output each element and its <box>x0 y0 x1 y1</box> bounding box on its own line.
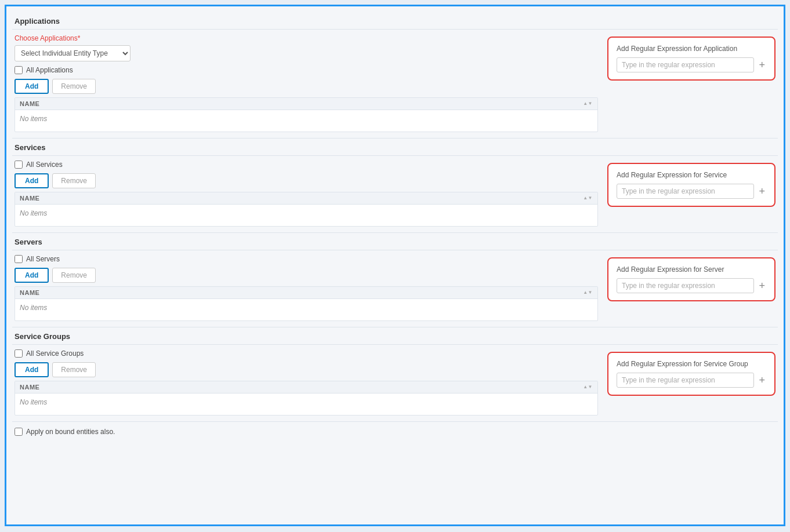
all-servers-label: All Servers <box>26 255 60 263</box>
all-service-groups-label: All Service Groups <box>26 349 84 358</box>
servers-add-button[interactable]: Add <box>15 268 49 283</box>
applications-add-button[interactable]: Add <box>15 79 49 94</box>
all-services-label: All Services <box>26 161 63 169</box>
services-regex-input-row: + <box>617 184 766 199</box>
services-table: NAME ▲▼ No items <box>15 192 598 227</box>
choose-applications-label: Choose Applications* <box>15 34 598 42</box>
services-body: All Services Add Remove NAME ▲▼ No items <box>12 156 778 233</box>
service-groups-row: All Service Groups Add Remove NAME ▲▼ No… <box>15 349 775 416</box>
servers-body: All Servers Add Remove NAME ▲▼ No items <box>12 250 778 327</box>
service-groups-left: All Service Groups Add Remove NAME ▲▼ No… <box>15 349 598 416</box>
servers-remove-button[interactable]: Remove <box>52 268 96 283</box>
services-btn-row: Add Remove <box>15 173 598 188</box>
applications-regex-input[interactable] <box>617 57 754 72</box>
services-name-col: NAME <box>20 195 39 202</box>
services-regex-add-button[interactable]: + <box>758 186 766 196</box>
servers-regex-title: Add Regular Expression for Server <box>617 265 766 274</box>
applications-remove-button[interactable]: Remove <box>52 79 96 94</box>
services-left: All Services Add Remove NAME ▲▼ No items <box>15 161 598 227</box>
all-servers-checkbox[interactable] <box>15 255 23 263</box>
service-groups-title: Service Groups <box>15 332 70 341</box>
applications-section: Applications Choose Applications* Select… <box>12 12 778 139</box>
service-groups-regex-input[interactable] <box>617 373 754 388</box>
applications-regex-title: Add Regular Expression for Application <box>617 45 766 53</box>
servers-no-items: No items <box>15 299 597 316</box>
service-groups-regex-input-row: + <box>617 373 766 388</box>
applications-regex-input-row: + <box>617 57 766 72</box>
service-groups-table-header: NAME ▲▼ <box>15 381 597 393</box>
applications-row: Choose Applications* Select Individual E… <box>15 34 775 132</box>
servers-title: Servers <box>15 238 42 246</box>
service-groups-name-col: NAME <box>20 384 39 391</box>
servers-table: NAME ▲▼ No items <box>15 286 598 321</box>
apply-row: Apply on bound entities also. <box>12 422 778 438</box>
apply-bound-checkbox[interactable] <box>15 428 23 436</box>
all-applications-label: All Applications <box>26 66 73 74</box>
services-header: Services <box>12 139 778 156</box>
applications-body: Choose Applications* Select Individual E… <box>12 30 778 139</box>
applications-no-items: No items <box>15 110 597 127</box>
services-remove-button[interactable]: Remove <box>52 173 96 188</box>
service-groups-add-button[interactable]: Add <box>15 362 49 377</box>
services-regex-input[interactable] <box>617 184 754 199</box>
applications-sort-icons[interactable]: ▲▼ <box>583 101 593 106</box>
service-groups-header: Service Groups <box>12 327 778 345</box>
service-groups-sort-icons[interactable]: ▲▼ <box>583 385 593 389</box>
applications-name-col: NAME <box>20 100 39 107</box>
services-regex-title: Add Regular Expression for Service <box>617 171 766 179</box>
servers-left: All Servers Add Remove NAME ▲▼ No items <box>15 255 598 321</box>
services-add-button[interactable]: Add <box>15 173 49 188</box>
entity-type-select[interactable]: Select Individual Entity Type <box>15 45 131 61</box>
servers-regex-input[interactable] <box>617 278 754 293</box>
service-groups-section: Service Groups All Service Groups Add Re… <box>12 327 778 422</box>
services-no-items: No items <box>15 205 597 222</box>
applications-regex-add-button[interactable]: + <box>758 60 766 70</box>
service-groups-regex-add-button[interactable]: + <box>758 375 766 385</box>
all-applications-checkbox[interactable] <box>15 66 23 74</box>
service-groups-no-items: No items <box>15 393 597 411</box>
servers-regex-panel: Add Regular Expression for Server + <box>607 255 775 301</box>
servers-row: All Servers Add Remove NAME ▲▼ No items <box>15 255 775 321</box>
services-section: Services All Services Add Remove NAME <box>12 139 778 233</box>
all-services-checkbox[interactable] <box>15 161 23 169</box>
services-title: Services <box>15 143 46 152</box>
applications-title: Applications <box>15 17 60 25</box>
services-table-header: NAME ▲▼ <box>15 192 597 205</box>
all-services-checkbox-row: All Services <box>15 161 598 169</box>
all-servers-checkbox-row: All Servers <box>15 255 598 263</box>
services-regex-panel: Add Regular Expression for Service + <box>607 161 775 207</box>
servers-regex-box: Add Regular Expression for Server + <box>607 257 775 301</box>
service-groups-body: All Service Groups Add Remove NAME ▲▼ No… <box>12 345 778 422</box>
servers-btn-row: Add Remove <box>15 268 598 283</box>
services-regex-box: Add Regular Expression for Service + <box>607 163 775 207</box>
applications-regex-box: Add Regular Expression for Application + <box>607 37 775 81</box>
all-applications-checkbox-row: All Applications <box>15 66 598 74</box>
applications-table: NAME ▲▼ No items <box>15 97 598 132</box>
service-groups-btn-row: Add Remove <box>15 362 598 377</box>
servers-regex-input-row: + <box>617 278 766 293</box>
service-groups-regex-panel: Add Regular Expression for Service Group… <box>607 349 775 396</box>
all-service-groups-checkbox[interactable] <box>15 349 23 358</box>
applications-regex-panel: Add Regular Expression for Application + <box>607 34 775 81</box>
all-service-groups-checkbox-row: All Service Groups <box>15 349 598 358</box>
service-groups-remove-button[interactable]: Remove <box>52 362 96 377</box>
service-groups-regex-title: Add Regular Expression for Service Group <box>617 360 766 368</box>
applications-table-header: NAME ▲▼ <box>15 98 597 110</box>
applications-left: Choose Applications* Select Individual E… <box>15 34 598 132</box>
servers-table-header: NAME ▲▼ <box>15 287 597 299</box>
services-row: All Services Add Remove NAME ▲▼ No items <box>15 161 775 227</box>
servers-section: Servers All Servers Add Remove NAME <box>12 233 778 327</box>
service-groups-regex-box: Add Regular Expression for Service Group… <box>607 352 775 396</box>
apply-bound-label: Apply on bound entities also. <box>26 428 115 436</box>
servers-header: Servers <box>12 233 778 250</box>
entity-type-dropdown-wrap: Select Individual Entity Type <box>15 45 598 61</box>
applications-btn-row: Add Remove <box>15 79 598 94</box>
applications-header: Applications <box>12 12 778 30</box>
servers-sort-icons[interactable]: ▲▼ <box>583 290 593 295</box>
main-container: Applications Choose Applications* Select… <box>5 5 785 526</box>
service-groups-table: NAME ▲▼ No items <box>15 381 598 416</box>
services-sort-icons[interactable]: ▲▼ <box>583 196 593 201</box>
servers-regex-add-button[interactable]: + <box>758 280 766 291</box>
servers-name-col: NAME <box>20 289 39 296</box>
